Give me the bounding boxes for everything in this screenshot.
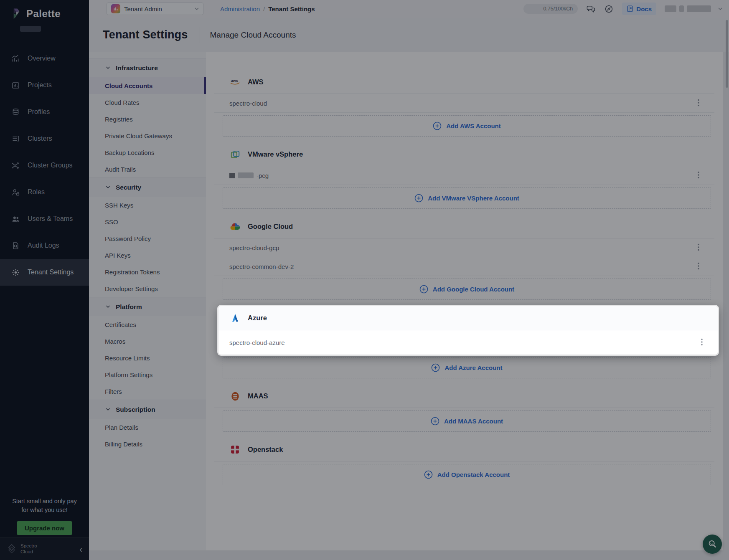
scrollbar-thumb[interactable] — [726, 20, 728, 88]
plus-circle-icon — [431, 417, 439, 426]
subnav-section-subscription[interactable]: Subscription — [89, 400, 206, 419]
breadcrumb-separator: / — [263, 5, 265, 13]
chat-icon[interactable] — [586, 4, 596, 14]
provider-name: Openstack — [248, 446, 283, 454]
subnav-item-label: Certificates — [105, 321, 136, 328]
subnav-item-backup-locations[interactable]: Backup Locations — [89, 144, 206, 161]
subnav-item-private-cloud-gateways[interactable]: Private Cloud Gateways — [89, 127, 206, 144]
sidebar-collapse-chevron[interactable]: ‹ — [79, 545, 82, 553]
sidebar-item-users-teams[interactable]: Users & Teams — [0, 205, 89, 232]
compass-icon[interactable] — [604, 4, 614, 14]
openstack-section-header: Openstack — [214, 438, 714, 461]
subnav-item-developer-settings[interactable]: Developer Settings — [89, 280, 206, 297]
provider-name: VMware vSphere — [248, 150, 303, 158]
kebab-menu-icon[interactable] — [695, 261, 702, 273]
project-selector[interactable]: Tenant Admin — [107, 3, 203, 15]
subnav-section-infrastructure[interactable]: Infrastructure — [89, 58, 206, 77]
plus-circle-icon — [424, 470, 433, 479]
sidebar-item-cluster-groups[interactable]: Cluster Groups — [0, 152, 89, 179]
page-subtitle: Manage Cloud Accounts — [210, 30, 296, 40]
docs-button[interactable]: Docs — [622, 3, 656, 15]
subnav-item-plan-details[interactable]: Plan Details — [89, 419, 206, 436]
kebab-menu-icon[interactable] — [695, 170, 702, 182]
account-name: spectro-cloud-gcp — [229, 244, 279, 251]
add-aws-account-button[interactable]: Add AWS Account — [223, 115, 711, 137]
subnav-item-registration-tokens[interactable]: Registration Tokens — [89, 264, 206, 280]
roles-icon — [11, 188, 20, 197]
sidebar-item-overview[interactable]: Overview — [0, 45, 89, 72]
subnav-item-label: Filters — [105, 388, 122, 395]
subnav-item-label: Plan Details — [105, 424, 138, 431]
add-account-label: Add Openstack Account — [437, 471, 510, 478]
sidebar-item-profiles[interactable]: Profiles — [0, 99, 89, 125]
account-row-spectro-common-dev-2[interactable]: spectro-common-dev-2 — [214, 257, 714, 276]
breadcrumb-administration[interactable]: Administration — [220, 5, 260, 13]
add-openstack-account-button[interactable]: Add Openstack Account — [223, 464, 711, 485]
subnav-item-platform-settings[interactable]: Platform Settings — [89, 366, 206, 383]
subnav-item-billing-details[interactable]: Billing Details — [89, 436, 206, 452]
user-menu[interactable] — [665, 5, 722, 12]
subnav-item-label: Registries — [105, 116, 133, 123]
subnav-item-cloud-accounts[interactable]: Cloud Accounts — [89, 77, 206, 94]
add-account-label: Add AWS Account — [446, 122, 501, 129]
subnav-item-macros[interactable]: Macros — [89, 333, 206, 350]
subnav-item-label: Billing Details — [105, 441, 142, 448]
add-maas-account-button[interactable]: Add MAAS Account — [223, 410, 711, 432]
add-account-label: Add Google Cloud Account — [433, 286, 514, 293]
brand-name: Palette — [26, 8, 61, 20]
sidebar-item-audit-logs[interactable]: Audit Logs — [0, 232, 89, 259]
plus-circle-icon — [431, 363, 440, 372]
add-azure-account-button[interactable]: Add Azure Account — [223, 357, 711, 378]
settings-subnav: Infrastructure Cloud Accounts Cloud Rate… — [89, 52, 206, 550]
subnav-item-resource-limits[interactable]: Resource Limits — [89, 350, 206, 366]
topbar: Tenant Admin Administration / Tenant Set… — [89, 0, 729, 18]
chevron-down-icon — [106, 186, 110, 189]
account-name: spectro-common-dev-2 — [229, 263, 294, 270]
sidebar-item-tenant-settings[interactable]: Tenant Settings — [0, 259, 89, 286]
subnav-item-certificates[interactable]: Certificates — [89, 316, 206, 333]
main-sidebar: Palette Overview Projects Profiles Clust… — [0, 0, 89, 560]
account-row-spectro-cloud-azure[interactable]: spectro-cloud-azure — [218, 330, 718, 355]
subnav-item-registries[interactable]: Registries — [89, 111, 206, 127]
content-area: Infrastructure Cloud Accounts Cloud Rate… — [89, 52, 729, 550]
azure-section-header: Azure — [218, 306, 718, 330]
subnav-section-platform[interactable]: Platform — [89, 297, 206, 316]
subnav-item-label: Password Policy — [105, 235, 151, 242]
add-vmware-account-button[interactable]: Add VMware VSphere Account — [223, 188, 711, 209]
subnav-item-api-keys[interactable]: API Keys — [89, 247, 206, 264]
subnav-item-ssh-keys[interactable]: SSH Keys — [89, 197, 206, 213]
add-gcp-account-button[interactable]: Add Google Cloud Account — [223, 279, 711, 300]
kebab-menu-icon[interactable] — [695, 242, 702, 254]
account-row-redacted-pcg[interactable]: -pcg — [214, 166, 714, 185]
account-row-spectro-cloud[interactable]: spectro-cloud — [214, 94, 714, 113]
sidebar-item-projects[interactable]: Projects — [0, 72, 89, 99]
page-title: Tenant Settings — [103, 28, 188, 41]
provider-name: MAAS — [248, 392, 268, 400]
subnav-item-label: Macros — [105, 338, 125, 345]
sidebar-item-roles[interactable]: Roles — [0, 179, 89, 205]
upgrade-message-line2: for what you use! — [3, 506, 86, 514]
sidebar-item-clusters[interactable]: Clusters — [0, 125, 89, 152]
sidebar-footer: Spectro Cloud ‹ — [0, 537, 89, 560]
subnav-item-sso[interactable]: SSO — [89, 213, 206, 230]
project-selector-value: Tenant Admin — [124, 5, 162, 13]
subnav-section-label: Subscription — [116, 406, 155, 413]
kebab-menu-icon[interactable] — [695, 97, 702, 109]
subnav-item-audit-trails[interactable]: Audit Trails — [89, 161, 206, 177]
upgrade-now-button[interactable]: Upgrade now — [17, 521, 72, 535]
subnav-item-label: Cloud Accounts — [105, 82, 152, 89]
subnav-item-password-policy[interactable]: Password Policy — [89, 230, 206, 247]
azure-icon — [229, 312, 241, 324]
subnav-item-cloud-rates[interactable]: Cloud Rates — [89, 94, 206, 111]
subnav-item-filters[interactable]: Filters — [89, 383, 206, 400]
breadcrumb: Administration / Tenant Settings — [220, 5, 315, 13]
vmware-icon — [229, 149, 241, 160]
sidebar-item-label: Profiles — [28, 108, 50, 116]
kebab-menu-icon[interactable] — [699, 337, 705, 349]
brand-logo: Palette — [0, 0, 89, 21]
search-fab-button[interactable] — [703, 535, 722, 554]
account-row-spectro-cloud-gcp[interactable]: spectro-cloud-gcp — [214, 238, 714, 257]
subnav-section-security[interactable]: Security — [89, 177, 206, 197]
redacted-user-avatar — [665, 5, 676, 12]
subnav-item-label: Audit Trails — [105, 166, 136, 173]
